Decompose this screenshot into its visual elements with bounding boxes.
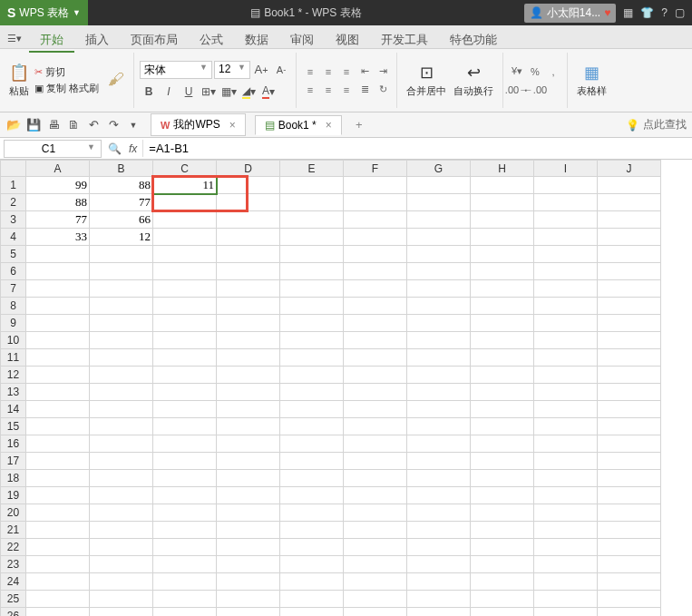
cell-E26[interactable]	[280, 608, 344, 617]
cell-A9[interactable]	[26, 315, 90, 332]
align-middle-button[interactable]: ≡	[320, 64, 336, 80]
cell-H1[interactable]	[471, 177, 534, 194]
menu-tab-审阅[interactable]: 审阅	[279, 28, 325, 51]
column-header-D[interactable]: D	[217, 161, 280, 177]
cell-C19[interactable]	[153, 487, 217, 504]
row-header-5[interactable]: 5	[1, 246, 26, 263]
minimize-icon[interactable]: ▢	[675, 6, 685, 19]
cell-B21[interactable]	[90, 522, 153, 539]
cell-F26[interactable]	[344, 608, 407, 617]
cell-A19[interactable]	[26, 487, 90, 504]
cell-J21[interactable]	[598, 522, 661, 539]
cell-A12[interactable]	[26, 367, 90, 384]
cell-F17[interactable]	[344, 453, 407, 470]
cell-J20[interactable]	[598, 504, 661, 522]
cell-B26[interactable]	[90, 608, 153, 617]
cell-F4[interactable]	[344, 229, 407, 246]
cell-C4[interactable]	[153, 229, 217, 246]
row-header-10[interactable]: 10	[1, 332, 26, 349]
cell-I6[interactable]	[534, 263, 598, 280]
cell-H7[interactable]	[471, 280, 534, 298]
cell-A15[interactable]	[26, 418, 90, 435]
cell-B9[interactable]	[90, 315, 153, 332]
cell-C21[interactable]	[153, 522, 217, 539]
cell-C23[interactable]	[153, 556, 217, 573]
cell-J22[interactable]	[598, 539, 661, 556]
cell-J12[interactable]	[598, 367, 661, 384]
cell-B14[interactable]	[90, 401, 153, 418]
cell-B15[interactable]	[90, 418, 153, 435]
cell-I18[interactable]	[534, 470, 598, 487]
cell-F12[interactable]	[344, 367, 407, 384]
cell-J1[interactable]	[598, 177, 661, 194]
cell-I24[interactable]	[534, 573, 598, 591]
justify-button[interactable]: ≣	[356, 82, 373, 98]
cell-H12[interactable]	[471, 367, 534, 384]
cell-F9[interactable]	[344, 315, 407, 332]
cell-E9[interactable]	[280, 315, 344, 332]
cell-D4[interactable]	[217, 229, 280, 246]
cell-B22[interactable]	[90, 539, 153, 556]
cell-B18[interactable]	[90, 470, 153, 487]
cell-A11[interactable]	[26, 349, 90, 367]
cell-C22[interactable]	[153, 539, 217, 556]
redo-icon[interactable]: ↷	[105, 117, 122, 133]
cell-G14[interactable]	[407, 401, 471, 418]
save-icon[interactable]: 💾	[25, 117, 42, 133]
tab-my-wps[interactable]: W 我的WPS ×	[151, 113, 246, 136]
cell-D8[interactable]	[217, 298, 280, 315]
cell-D12[interactable]	[217, 367, 280, 384]
cell-E19[interactable]	[280, 487, 344, 504]
cell-G2[interactable]	[407, 194, 471, 211]
cell-I10[interactable]	[534, 332, 598, 349]
cell-I9[interactable]	[534, 315, 598, 332]
cell-C3[interactable]	[153, 211, 217, 229]
cell-fill-button[interactable]: ▦▾	[219, 83, 238, 101]
cell-F21[interactable]	[344, 522, 407, 539]
column-header-J[interactable]: J	[598, 161, 661, 177]
cell-C24[interactable]	[153, 573, 217, 591]
cell-J11[interactable]	[598, 349, 661, 367]
formula-input[interactable]: =A1-B1	[142, 140, 692, 157]
cell-C5[interactable]	[153, 246, 217, 263]
menu-tab-插入[interactable]: 插入	[74, 28, 120, 51]
cell-G19[interactable]	[407, 487, 471, 504]
cell-A17[interactable]	[26, 453, 90, 470]
cell-J26[interactable]	[598, 608, 661, 617]
cell-D15[interactable]	[217, 418, 280, 435]
cell-G8[interactable]	[407, 298, 471, 315]
cell-F1[interactable]	[344, 177, 407, 194]
column-header-B[interactable]: B	[90, 161, 153, 177]
cell-D17[interactable]	[217, 453, 280, 470]
cell-B10[interactable]	[90, 332, 153, 349]
cell-C13[interactable]	[153, 384, 217, 401]
cell-I2[interactable]	[534, 194, 598, 211]
font-name-select[interactable]: 宋体 ▼	[140, 61, 212, 79]
row-header-13[interactable]: 13	[1, 384, 26, 401]
row-header-2[interactable]: 2	[1, 194, 26, 211]
cell-D25[interactable]	[217, 591, 280, 608]
cell-E15[interactable]	[280, 418, 344, 435]
row-header-16[interactable]: 16	[1, 435, 26, 453]
cell-I14[interactable]	[534, 401, 598, 418]
cell-I11[interactable]	[534, 349, 598, 367]
cell-E10[interactable]	[280, 332, 344, 349]
row-header-21[interactable]: 21	[1, 522, 26, 539]
cell-H8[interactable]	[471, 298, 534, 315]
cell-A21[interactable]	[26, 522, 90, 539]
spreadsheet-area[interactable]: ABCDEFGHIJ199881128877377664331256789101…	[0, 160, 692, 616]
align-center-button[interactable]: ≡	[320, 82, 336, 98]
cell-E4[interactable]	[280, 229, 344, 246]
cell-D7[interactable]	[217, 280, 280, 298]
cell-F18[interactable]	[344, 470, 407, 487]
user-badge[interactable]: 👤 小太阳14... ♥	[524, 4, 616, 23]
fx-button[interactable]: fx	[123, 142, 142, 155]
cell-H18[interactable]	[471, 470, 534, 487]
cell-E25[interactable]	[280, 591, 344, 608]
cell-J2[interactable]	[598, 194, 661, 211]
cell-E23[interactable]	[280, 556, 344, 573]
row-header-12[interactable]: 12	[1, 367, 26, 384]
select-all-corner[interactable]	[1, 161, 26, 177]
row-header-22[interactable]: 22	[1, 539, 26, 556]
cell-H11[interactable]	[471, 349, 534, 367]
